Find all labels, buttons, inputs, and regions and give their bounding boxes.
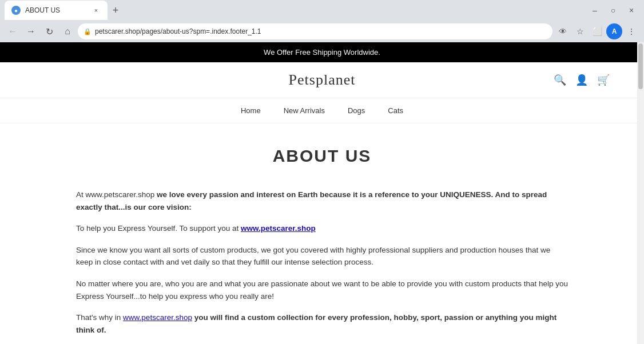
url-text: petscarer.shop/pages/about-us?spm=.index… xyxy=(95,27,547,35)
search-button[interactable]: 🔍 xyxy=(554,74,566,86)
nav-dogs[interactable]: Dogs xyxy=(348,104,365,117)
scrollbar[interactable] xyxy=(637,42,644,344)
site-nav: Home New Arrivals Dogs Cats xyxy=(0,98,644,123)
tab-title: ABOUT US xyxy=(25,6,87,14)
toolbar-actions: 👁 ☆ ⬜ A ⋮ xyxy=(555,23,639,39)
paragraph-2: To help you Express Yourself. To support… xyxy=(76,222,568,235)
paragraph-1: At www.petscarer.shop we love every pass… xyxy=(76,189,568,213)
website-content: We Offer Free Shipping Worldwide. Petspl… xyxy=(0,42,644,344)
tab-bar: ● ABOUT US × + xyxy=(5,1,124,20)
forward-button[interactable]: → xyxy=(23,23,39,39)
minimize-button[interactable]: – xyxy=(587,2,603,18)
security-icon: 🔒 xyxy=(84,28,92,35)
tab-favicon: ● xyxy=(11,6,21,15)
main-content: ABOUT US At www.petscarer.shop we love e… xyxy=(65,123,579,344)
refresh-button[interactable]: ↻ xyxy=(41,23,57,39)
active-tab[interactable]: ● ABOUT US × xyxy=(5,1,108,20)
paragraph-4: No matter where you are, who you are and… xyxy=(76,278,568,302)
paragraph-5: That's why in www.petscarer.shop you wil… xyxy=(76,311,568,336)
cart-button[interactable]: 🛒 xyxy=(597,74,610,86)
tab-close-button[interactable]: × xyxy=(92,6,101,15)
header-icons: 🔍 👤 🛒 xyxy=(554,74,610,86)
profile-button[interactable]: A xyxy=(606,23,622,39)
eye-off-button[interactable]: 👁 xyxy=(555,23,571,39)
back-button[interactable]: ← xyxy=(5,23,21,39)
close-button[interactable]: × xyxy=(623,2,639,18)
nav-new-arrivals[interactable]: New Arrivals xyxy=(284,104,325,117)
address-bar-row: ← → ↻ ⌂ 🔒 petscarer.shop/pages/about-us?… xyxy=(0,21,644,42)
paragraph-3: Since we know you want all sorts of cust… xyxy=(76,244,568,269)
home-button[interactable]: ⌂ xyxy=(59,23,75,39)
account-button[interactable]: 👤 xyxy=(575,74,588,86)
nav-home[interactable]: Home xyxy=(241,104,261,117)
link-petscarer-shop-2[interactable]: www.petscarer.shop xyxy=(123,313,192,322)
link-petscarer-shop-1[interactable]: www.petscarer.shop xyxy=(241,224,316,233)
window-controls: – ○ × xyxy=(587,2,639,18)
site-header: Petsplanet 🔍 👤 🛒 xyxy=(0,62,644,98)
site-banner: We Offer Free Shipping Worldwide. xyxy=(0,42,644,62)
browser-chrome: ● ABOUT US × + – ○ × xyxy=(0,0,644,21)
scrollbar-thumb[interactable] xyxy=(638,43,643,89)
maximize-button[interactable]: ○ xyxy=(605,2,621,18)
nav-cats[interactable]: Cats xyxy=(388,104,403,117)
address-bar[interactable]: 🔒 petscarer.shop/pages/about-us?spm=.ind… xyxy=(78,23,552,39)
bookmark-button[interactable]: ☆ xyxy=(572,23,588,39)
new-tab-button[interactable]: + xyxy=(108,2,124,18)
site-logo: Petsplanet xyxy=(289,71,356,89)
extensions-button[interactable]: ⬜ xyxy=(589,23,605,39)
menu-button[interactable]: ⋮ xyxy=(623,23,639,39)
page-title: ABOUT US xyxy=(76,146,568,166)
